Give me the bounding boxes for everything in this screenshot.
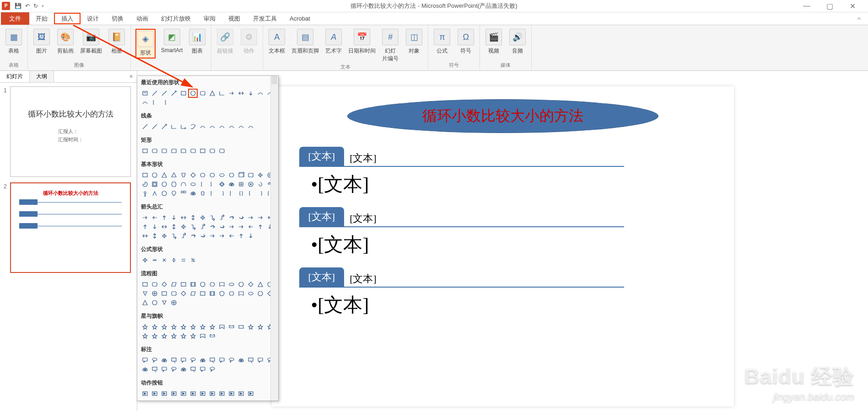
shape-option[interactable] [217,389,226,398]
tab-home[interactable]: 开始 [29,12,54,25]
shape-option[interactable] [198,213,207,222]
shape-option[interactable] [140,356,150,365]
shape-option[interactable] [169,289,178,298]
shape-option[interactable] [226,280,236,289]
shape-option[interactable] [217,356,226,365]
shape-option[interactable] [255,289,265,298]
shape-option[interactable] [188,146,198,155]
shape-option[interactable] [207,222,217,231]
shape-option[interactable] [207,331,217,341]
shape-option[interactable] [178,231,188,240]
insert-clipart-button[interactable]: 🎨剪贴画 [56,29,75,55]
tab-file[interactable]: 文件 [1,12,29,25]
shape-option[interactable] [217,222,226,231]
shape-option[interactable] [198,389,207,398]
tab-insert[interactable]: 插入 [54,13,81,24]
shape-option[interactable] [246,289,255,298]
shape-option[interactable] [207,180,217,189]
shape-option[interactable] [150,213,159,222]
shape-option[interactable] [217,180,226,189]
shape-option[interactable] [246,122,255,131]
shape-option[interactable] [246,180,255,189]
shape-option[interactable] [150,171,159,180]
shape-option[interactable] [140,189,150,198]
shape-option[interactable] [217,171,226,180]
tab-slideshow[interactable]: 幻灯片放映 [155,12,197,25]
shape-option[interactable] [226,231,236,240]
redo-icon[interactable]: ↻ [33,3,38,9]
tab-design[interactable]: 设计 [81,12,105,25]
shape-option[interactable] [169,389,178,398]
shape-option[interactable] [169,213,178,222]
shape-option[interactable] [236,389,246,398]
shape-option[interactable] [188,256,198,265]
shape-option[interactable] [188,180,198,189]
shape-option[interactable] [207,122,217,131]
shape-option[interactable] [178,189,188,198]
shape-option[interactable] [169,280,178,289]
shape-option[interactable] [236,180,246,189]
maximize-button[interactable]: ▢ [823,2,836,11]
shape-option[interactable] [178,322,188,331]
shape-option[interactable] [159,171,169,180]
shape-option[interactable] [140,331,150,341]
shape-option[interactable] [207,171,217,180]
shape-option[interactable] [226,389,236,398]
shape-option[interactable] [198,331,207,341]
shape-option[interactable] [188,280,198,289]
shape-option[interactable] [188,322,198,331]
insert-screenshot-button[interactable]: 📷屏幕截图 [80,29,102,55]
shape-option[interactable] [150,89,159,98]
shape-option[interactable] [207,146,217,155]
shape-option[interactable] [198,289,207,298]
insert-smartart-button[interactable]: ◩SmartArt [161,29,183,53]
shape-option[interactable] [188,331,198,341]
shape-option[interactable] [246,213,255,222]
shape-option[interactable] [150,180,159,189]
shape-option[interactable] [169,180,178,189]
shape-option[interactable] [198,122,207,131]
shape-option[interactable] [246,171,255,180]
shape-option[interactable] [188,365,198,374]
shape-option[interactable] [159,280,169,289]
shape-option[interactable] [169,298,178,307]
shape-option[interactable] [236,213,246,222]
shape-option[interactable] [207,280,217,289]
insert-datetime-button[interactable]: 📅日期和时间 [348,29,376,55]
shape-option[interactable] [246,231,255,240]
shape-option[interactable] [198,280,207,289]
insert-shapes-button[interactable]: ◈形状 [135,29,156,59]
shape-option[interactable] [169,89,178,98]
insert-object-button[interactable]: ◫对象 [405,29,423,55]
shape-option[interactable] [150,146,159,155]
shape-option[interactable] [236,171,246,180]
shape-option[interactable] [169,365,178,374]
shape-option[interactable] [207,189,217,198]
insert-picture-button[interactable]: 🖼图片 [32,29,51,55]
thumbnail-list[interactable]: 1 循环小数比较大小的方法 汇报人： 汇报时间： 2 循环小数比较大小的方法 [0,83,137,411]
shape-option[interactable] [207,89,217,98]
shape-option[interactable] [217,231,226,240]
shape-option[interactable] [178,171,188,180]
shape-option[interactable] [217,280,226,289]
shape-option[interactable] [159,356,169,365]
insert-table-button[interactable]: ▦表格 [5,29,23,55]
shape-option[interactable] [178,289,188,298]
shape-option[interactable] [140,171,150,180]
shape-option[interactable] [188,171,198,180]
shape-option[interactable] [150,322,159,331]
tab-transitions[interactable]: 切换 [105,12,130,25]
shape-option[interactable] [236,122,246,131]
current-slide[interactable]: 循环小数比较大小的方法 [文本] [文本] •[文本] [文本] [文本] •[… [272,86,734,406]
shape-option[interactable] [169,322,178,331]
shape-option[interactable] [178,122,188,131]
shape-option[interactable] [246,222,255,231]
content-block-3[interactable]: [文本] [文本] •[文本] [299,267,716,324]
panel-close-icon[interactable]: ✕ [125,71,137,82]
shape-option[interactable] [226,222,236,231]
shape-option[interactable] [198,365,207,374]
insert-video-button[interactable]: 🎬视频 [485,29,503,55]
ribbon-collapse-icon[interactable]: ㅅ [857,12,868,25]
insert-equation-button[interactable]: π公式 [433,29,451,55]
shape-option[interactable] [246,389,255,398]
